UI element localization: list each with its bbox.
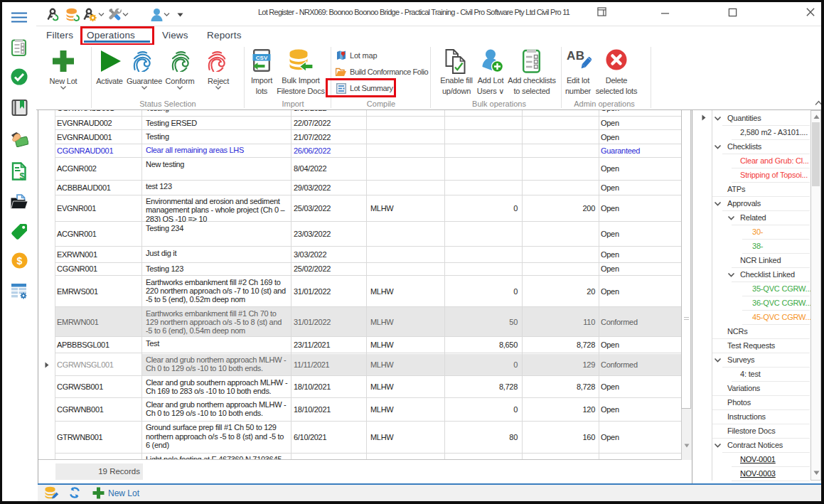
svg-text:CSV: CSV [256, 55, 268, 61]
svg-text:$: $ [19, 171, 25, 181]
svg-text:$: $ [17, 255, 23, 267]
